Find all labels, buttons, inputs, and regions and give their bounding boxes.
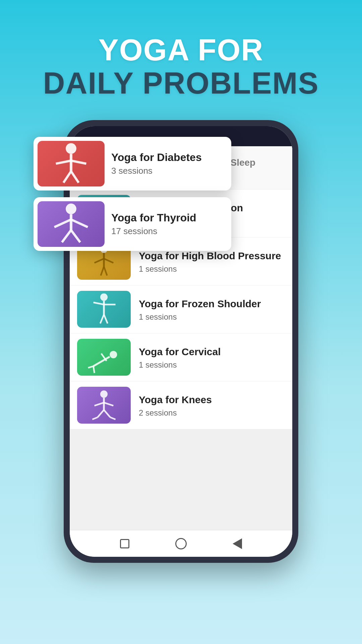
- square-icon: [120, 539, 129, 548]
- svg-line-40: [71, 171, 79, 183]
- svg-line-37: [56, 161, 71, 164]
- svg-point-16: [100, 293, 108, 301]
- sessions-diabetes: 3 sessions: [111, 166, 202, 176]
- info-thyroid: Yoga for Thyroid 17 sessions: [111, 212, 196, 236]
- back-nav-button[interactable]: [231, 537, 244, 550]
- sessions-thyroid: 17 sessions: [111, 226, 196, 236]
- header-line2: DAILY PROBLEMS: [43, 67, 319, 100]
- page-header: YOGA FOR DAILY PROBLEMS: [43, 34, 319, 100]
- list-item-frozen[interactable]: Yoga for Frozen Shoulder 1 sessions: [70, 285, 292, 333]
- svg-line-45: [62, 230, 71, 242]
- svg-line-33: [104, 410, 110, 417]
- svg-point-22: [110, 351, 117, 358]
- svg-line-43: [54, 219, 71, 227]
- info-highblood: Yoga for High Blood Pressure 1 sessions: [139, 249, 281, 274]
- home-nav-button[interactable]: [174, 537, 188, 550]
- info-knees: Yoga for Knees 2 sessions: [139, 393, 212, 418]
- title-cervical: Yoga for Cervical: [139, 345, 221, 358]
- svg-line-12: [95, 259, 104, 263]
- svg-line-26: [94, 366, 95, 373]
- thumb-frozen: [77, 291, 131, 328]
- svg-line-31: [98, 410, 104, 417]
- svg-line-21: [104, 315, 108, 324]
- svg-line-15: [104, 267, 107, 276]
- list-item-cervical[interactable]: Yoga for Cervical 1 sessions: [70, 333, 292, 381]
- svg-line-18: [94, 303, 104, 305]
- header-line1: YOGA FOR: [43, 34, 319, 67]
- info-cervical: Yoga for Cervical 1 sessions: [139, 345, 221, 370]
- svg-line-34: [110, 417, 116, 419]
- svg-line-44: [71, 219, 88, 227]
- svg-line-32: [92, 417, 98, 419]
- svg-line-38: [71, 161, 86, 164]
- svg-point-27: [100, 390, 108, 398]
- popup-card-thyroid[interactable]: Yoga for Thyroid 17 sessions: [34, 197, 231, 251]
- title-frozen: Yoga for Frozen Shoulder: [139, 297, 261, 310]
- title-knees: Yoga for Knees: [139, 393, 212, 406]
- title-highblood: Yoga for High Blood Pressure: [139, 249, 281, 262]
- phone-bottom-nav: [70, 530, 292, 557]
- phone-mockup: Yoga Nidra for Good Sleep 3 sessions: [64, 120, 298, 563]
- title-thyroid: Yoga for Thyroid: [111, 212, 196, 224]
- thumb-diabetes: [38, 141, 105, 186]
- svg-line-39: [63, 171, 71, 183]
- square-nav-button[interactable]: [118, 537, 131, 550]
- popup-card-diabetes[interactable]: Yoga for Diabetes 3 sessions: [34, 137, 231, 191]
- circle-icon: [175, 538, 187, 549]
- svg-line-30: [104, 402, 113, 406]
- info-frozen: Yoga for Frozen Shoulder 1 sessions: [139, 297, 261, 322]
- svg-point-41: [66, 204, 76, 214]
- thumb-knees: [77, 387, 131, 424]
- svg-line-29: [95, 402, 104, 406]
- info-diabetes: Yoga for Diabetes 3 sessions: [111, 151, 202, 176]
- svg-line-46: [71, 230, 80, 242]
- back-icon: [233, 538, 242, 549]
- title-diabetes: Yoga for Diabetes: [111, 151, 202, 164]
- sessions-frozen: 1 sessions: [139, 312, 261, 322]
- svg-line-13: [104, 259, 113, 263]
- sessions-highblood: 1 sessions: [139, 264, 281, 274]
- svg-line-25: [88, 366, 94, 368]
- svg-line-20: [100, 315, 104, 324]
- sessions-cervical: 1 sessions: [139, 360, 221, 370]
- svg-line-23: [94, 357, 110, 366]
- svg-line-14: [101, 267, 104, 276]
- thumb-thyroid: [38, 201, 105, 247]
- phone-screen: Yoga Nidra for Good Sleep 3 sessions: [70, 126, 292, 557]
- list-item-knees[interactable]: Yoga for Knees 2 sessions: [70, 381, 292, 429]
- sessions-knees: 2 sessions: [139, 408, 212, 418]
- svg-point-35: [66, 143, 76, 154]
- thumb-cervical: [77, 339, 131, 376]
